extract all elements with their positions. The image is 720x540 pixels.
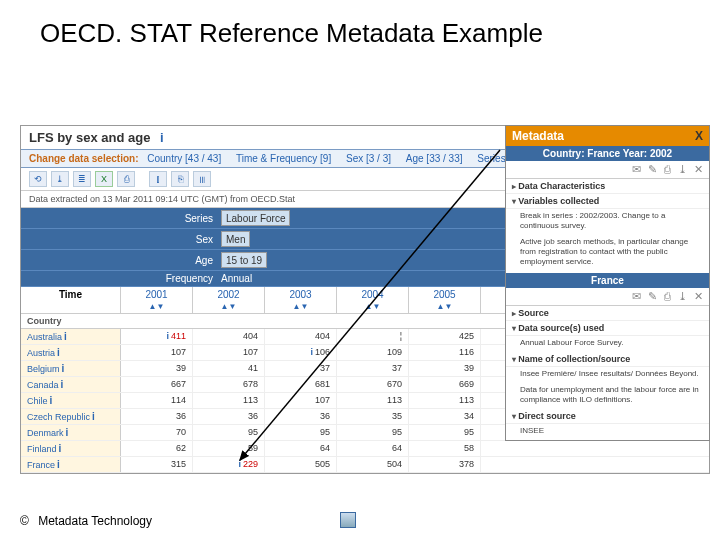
sel-time[interactable]: Time & Frequency [9] xyxy=(236,153,331,164)
info-icon[interactable]: i xyxy=(50,395,53,406)
col-2005[interactable]: 2005▲▼ xyxy=(409,287,481,313)
param-freq-label: Frequency xyxy=(21,273,221,284)
country-name[interactable]: Chilei xyxy=(21,393,121,408)
metadata-tools2[interactable]: ✉ ✎ ⎙ ⤓ ✕ xyxy=(506,288,709,306)
tb-copy-icon[interactable]: ⎘ xyxy=(171,171,189,187)
sec-variables[interactable]: Variables collected xyxy=(506,194,709,209)
param-age-value[interactable]: 15 to 19 xyxy=(221,252,267,268)
sec-namecoll[interactable]: Name of collection/source xyxy=(506,352,709,367)
vars-body1: Break in series : 2002/2003. Change to a… xyxy=(506,209,709,235)
country-name[interactable]: Denmarki xyxy=(21,425,121,440)
param-series-label: Series xyxy=(21,213,221,224)
info-icon[interactable]: i xyxy=(238,459,241,469)
info-icon[interactable]: i xyxy=(160,130,164,145)
cell-value: i411 xyxy=(121,329,193,344)
cell-value: 62 xyxy=(121,441,193,456)
country-name[interactable]: Francei xyxy=(21,457,121,472)
footer-owner: Metadata Technology xyxy=(38,514,152,528)
param-freq-value: Annual xyxy=(221,273,421,284)
cell-value: 678 xyxy=(193,377,265,392)
dataset-title: LFS by sex and age xyxy=(29,130,150,145)
sel-country[interactable]: Country [43 / 43] xyxy=(147,153,221,164)
cell-value: 95 xyxy=(265,425,337,440)
cell-value: 107 xyxy=(193,345,265,360)
cell-value: 681 xyxy=(265,377,337,392)
param-age-label: Age xyxy=(21,255,221,266)
cell-value: 39 xyxy=(121,361,193,376)
sec-source[interactable]: Source xyxy=(506,306,709,321)
cell-value: 116 xyxy=(409,345,481,360)
cell-value: 64 xyxy=(265,441,337,456)
sel-sex[interactable]: Sex [3 / 3] xyxy=(346,153,391,164)
metadata-title: Metadata xyxy=(512,129,564,143)
col-2004[interactable]: 2004▲▼ xyxy=(337,287,409,313)
country-name[interactable]: Canadai xyxy=(21,377,121,392)
cell-value: 315 xyxy=(121,457,193,472)
cell-value: 35 xyxy=(337,409,409,424)
cell-value: 425 xyxy=(409,329,481,344)
table-row: Francei315i229505504378 xyxy=(21,457,709,473)
cell-value: 36 xyxy=(121,409,193,424)
country-name[interactable]: Australiai xyxy=(21,329,121,344)
country-name[interactable]: Finlandi xyxy=(21,441,121,456)
cell-value: 109 xyxy=(337,345,409,360)
param-series-value[interactable]: Labour Force xyxy=(221,210,290,226)
info-icon[interactable]: i xyxy=(61,379,64,390)
cell-value: 667 xyxy=(121,377,193,392)
info-icon[interactable]: i xyxy=(62,363,65,374)
sec-data-char[interactable]: Data Characteristics xyxy=(506,179,709,194)
tb-refresh-icon[interactable]: ⟲ xyxy=(29,171,47,187)
cell-value: 107 xyxy=(265,393,337,408)
sec-direct[interactable]: Direct source xyxy=(506,409,709,424)
country-name[interactable]: Czech Republici xyxy=(21,409,121,424)
selection-label: Change data selection: xyxy=(29,153,138,164)
cell-value: 669 xyxy=(409,377,481,392)
info-icon[interactable]: i xyxy=(310,347,313,357)
cell-value: 34 xyxy=(409,409,481,424)
cell-value: 505 xyxy=(265,457,337,472)
cell-value: 114 xyxy=(121,393,193,408)
info-icon[interactable]: i xyxy=(92,411,95,422)
tb-list-icon[interactable]: ≣ xyxy=(73,171,91,187)
copyright-symbol: © xyxy=(20,514,29,528)
sel-age[interactable]: Age [33 / 33] xyxy=(406,153,463,164)
cell-value: 36 xyxy=(193,409,265,424)
info-icon[interactable]: i xyxy=(166,331,169,341)
col-2002[interactable]: 2002▲▼ xyxy=(193,287,265,313)
cell-value: 41 xyxy=(193,361,265,376)
cell-value: 504 xyxy=(337,457,409,472)
info-icon[interactable]: i xyxy=(64,331,67,342)
info-icon[interactable]: i xyxy=(57,459,60,470)
country-name[interactable]: Austriai xyxy=(21,345,121,360)
cell-value: 39 xyxy=(409,361,481,376)
info-icon[interactable]: i xyxy=(66,427,69,438)
cell-value: 95 xyxy=(409,425,481,440)
info-icon[interactable]: i xyxy=(57,347,60,358)
tb-grid-icon[interactable]: ⫼ xyxy=(193,171,211,187)
cell-value: 59 xyxy=(193,441,265,456)
tb-chart-icon[interactable]: ⫿ xyxy=(149,171,167,187)
slide-title: OECD. STAT Reference Metadata Example xyxy=(0,0,720,49)
param-sex-value[interactable]: Men xyxy=(221,231,250,247)
cell-value: i229 xyxy=(193,457,265,472)
cell-value: 37 xyxy=(265,361,337,376)
sec-datasource[interactable]: Data source(s) used xyxy=(506,321,709,336)
cell-value: 113 xyxy=(193,393,265,408)
cell-value: 378 xyxy=(409,457,481,472)
cell-value: 64 xyxy=(337,441,409,456)
tb-print-icon[interactable]: ⎙ xyxy=(117,171,135,187)
col-2001[interactable]: 2001▲▼ xyxy=(121,287,193,313)
table-row: Finlandi6259646458 xyxy=(21,441,709,457)
cell-value: 95 xyxy=(193,425,265,440)
col-2003[interactable]: 2003▲▼ xyxy=(265,287,337,313)
coll-line: Insee Première/ Insee resultats/ Données… xyxy=(506,367,709,383)
info-icon[interactable]: i xyxy=(59,443,62,454)
tb-excel-icon[interactable]: X xyxy=(95,171,113,187)
country-name[interactable]: Belgiumi xyxy=(21,361,121,376)
metadata-tools[interactable]: ✉ ✎ ⎙ ⤓ ✕ xyxy=(506,161,709,179)
tb-download-icon[interactable]: ⤓ xyxy=(51,171,69,187)
cell-value: 404 xyxy=(265,329,337,344)
close-icon[interactable]: X xyxy=(695,129,703,143)
compliance-line: Data for unemployment and the labour for… xyxy=(506,383,709,409)
ds-line: Annual Labour Force Survey. xyxy=(506,336,709,352)
